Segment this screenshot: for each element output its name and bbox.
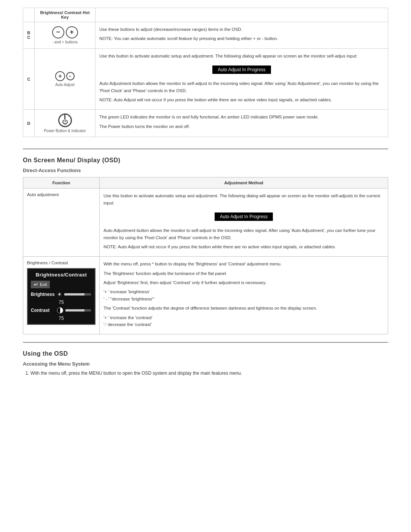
function-row-auto: Auto adjustment Use this button to activ… xyxy=(23,189,388,257)
contrast-icon xyxy=(57,307,63,313)
bright-desc3: Adjust 'Brightness' first, then adjust '… xyxy=(104,279,384,286)
auto-adjust-label: Auto Adjust xyxy=(38,83,91,87)
auto-adjust-progress-label-main: Auto Adjust In Progress xyxy=(215,212,273,221)
osd-brightness-row: Brightness ☀ xyxy=(31,291,92,297)
power-desc: The green LED indicates the monitor is o… xyxy=(96,110,388,137)
using-osd-section: Using the OSD Accessing the Menu System … xyxy=(23,350,388,376)
minus-plus-buttons: − + xyxy=(52,26,78,38)
desc-bc-2: NOTE: You can activate automatic scroll … xyxy=(99,35,384,42)
desc-bc-1: Use these buttons to adjust (decrease/in… xyxy=(99,26,384,33)
table-row: BC − + - and + buttons Use these buttons… xyxy=(23,22,388,49)
row-label-bc: BC xyxy=(23,22,35,49)
auto-adjust-icon: · xyxy=(55,71,75,81)
brightness-bar-fill xyxy=(64,293,84,296)
osd-contrast-row: Contrast xyxy=(31,307,92,313)
brightness-sun-icon: ☀ xyxy=(57,291,62,297)
steps-list: With the menu off, press the MENU button… xyxy=(30,371,388,376)
desc-d-2: The Power button turns the monitor on an… xyxy=(99,123,384,130)
contrast-bar xyxy=(65,309,91,312)
auto-desc1: Use this button to activate automatic se… xyxy=(104,192,384,206)
osd-panel: Brightness/Contrast ↵ Exit Brightness ☀ … xyxy=(27,268,96,325)
brightness-bar xyxy=(64,293,91,296)
osd-brightness-label: Brightness xyxy=(31,292,56,297)
row-label-c: C xyxy=(23,48,35,110)
func-auto-label: Auto adjustment xyxy=(23,189,100,257)
bright-desc5: The 'Contrast' function adjusts the degr… xyxy=(104,305,384,312)
osd-section-title: On Screen Menu/ Display (OSD) xyxy=(23,157,388,164)
brightness-contrast-func-label: Brightness / Contrast xyxy=(27,260,96,265)
plus-button-icon: + xyxy=(66,26,78,38)
func-auto-desc: Use this button to activate automatic se… xyxy=(100,189,388,257)
contrast-value: 75 xyxy=(31,316,92,321)
minus-plus-desc: Use these buttons to adjust (decrease/in… xyxy=(96,22,388,49)
row-label-d: D xyxy=(23,110,35,137)
power-button-label: Power Button & Indicator xyxy=(38,129,91,133)
col-header-hotkey: Brightness/ Contrast Hot Key xyxy=(35,8,96,22)
desc-d-1: The green LED indicates the monitor is o… xyxy=(99,113,384,120)
auto-desc3: NOTE: Auto Adjust will not occur if you … xyxy=(104,243,384,250)
table-row: C · Auto Adjust Use this button to activ… xyxy=(23,48,388,110)
minus-plus-icon-cell: − + - and + buttons xyxy=(35,22,96,49)
bright-desc2: The 'Brightness' function adjusts the lu… xyxy=(104,270,384,277)
accessing-menu-subtitle: Accessing the Menu System xyxy=(23,361,388,367)
brightness-value: 75 xyxy=(31,300,92,305)
osd-exit-label: Exit xyxy=(40,282,47,287)
function-table: Function Adjustment Method Auto adjustme… xyxy=(23,177,388,334)
auto-adjust-desc: Use this button to activate automatic se… xyxy=(96,48,388,110)
divider-1 xyxy=(23,149,388,149)
osd-contrast-label: Contrast xyxy=(31,308,56,313)
exit-arrow-icon: ↵ xyxy=(34,281,38,288)
divider-2 xyxy=(23,342,388,343)
auto-adjust-progress-banner-top: Auto Adjust In Progress xyxy=(99,62,384,77)
controls-table: Brightness/ Contrast Hot Key BC − + - an… xyxy=(23,8,388,137)
table-row: D ⏻ Power Button & Indicator The green L… xyxy=(23,110,388,137)
contrast-bar-fill xyxy=(65,309,84,312)
function-row-brightness: Brightness / Contrast Brightness/Contras… xyxy=(23,257,388,334)
osd-section: On Screen Menu/ Display (OSD) Direct-Acc… xyxy=(23,157,388,334)
func-brightness-label-cell: Brightness / Contrast Brightness/Contras… xyxy=(23,257,100,334)
crosshair-icon xyxy=(55,71,65,81)
auto-desc2: Auto Adjustment button allows the monito… xyxy=(104,227,384,241)
desc-c-1: Use this button to activate automatic se… xyxy=(99,53,384,59)
th-function: Function xyxy=(23,177,100,189)
auto-adjust-progress-label-top: Auto Adjust In Progress xyxy=(212,66,271,74)
brightness-contrast-desc-cell: With the menu off, press * button to dis… xyxy=(100,257,388,334)
bright-desc6: '+ ' increase the 'contrast' '-' decreas… xyxy=(104,314,384,328)
auto-adjust-progress-banner-main: Auto Adjust In Progress xyxy=(104,209,384,224)
desc-c-2: Auto Adjustment button allows the monito… xyxy=(99,80,384,94)
osd-exit: ↵ Exit xyxy=(31,281,50,288)
direct-access-subtitle: Direct-Access Functions xyxy=(23,168,388,173)
osd-title: Brightness/Contrast xyxy=(31,272,92,278)
power-button-icon: ⏻ xyxy=(58,113,72,127)
auto-adjust-icon-cell: · Auto Adjust xyxy=(35,48,96,110)
bright-desc4: '+ ' increase 'brightness' ' - ' "decrea… xyxy=(104,288,384,302)
desc-c-3: NOTE: Auto Adjust will not occur if you … xyxy=(99,96,384,103)
step-1: With the menu off, press the MENU button… xyxy=(30,371,388,376)
using-osd-title: Using the OSD xyxy=(23,350,388,357)
dot-icon: · xyxy=(66,72,75,80)
th-adjustment: Adjustment Method xyxy=(100,177,388,189)
bright-desc1: With the menu off, press * button to dis… xyxy=(104,260,384,267)
power-icon-cell: ⏻ Power Button & Indicator xyxy=(35,110,96,137)
minus-button-icon: − xyxy=(52,26,64,38)
minus-plus-label: - and + buttons xyxy=(38,40,91,44)
